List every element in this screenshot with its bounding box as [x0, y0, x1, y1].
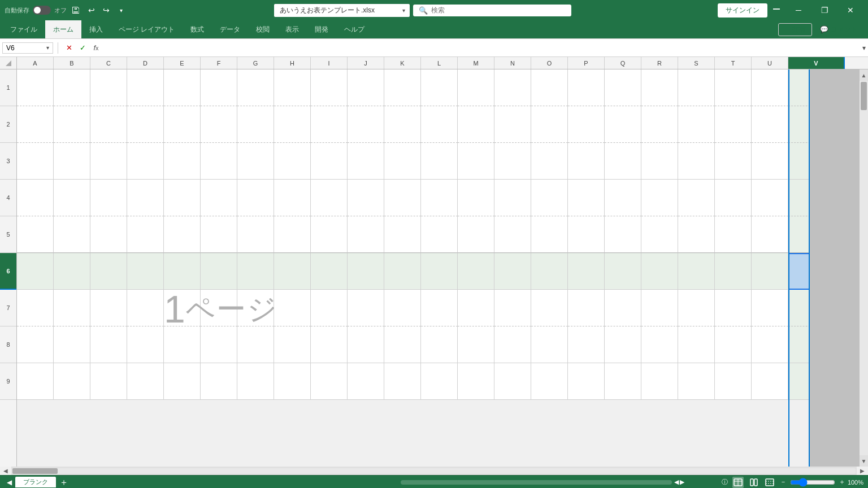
confirm-formula-button[interactable]: ✓	[76, 42, 89, 54]
row-header-8[interactable]: 8	[0, 326, 16, 363]
cell-m3[interactable]	[458, 143, 494, 180]
cell-n9[interactable]	[494, 363, 531, 400]
cell-h9[interactable]	[274, 363, 311, 400]
cell-h6[interactable]	[274, 253, 311, 290]
tab-home[interactable]: ホーム	[45, 20, 81, 38]
cell-f8[interactable]	[201, 326, 237, 363]
cell-n8[interactable]	[494, 326, 531, 363]
cell-d2[interactable]	[127, 106, 164, 143]
quick-access-dropdown[interactable]: ▾	[114, 3, 128, 17]
col-header-j[interactable]: J	[348, 57, 384, 69]
formula-expand-button[interactable]: ▾	[862, 44, 866, 52]
cell-p9[interactable]	[568, 363, 605, 400]
corner-cell[interactable]	[0, 57, 17, 69]
row-header-9[interactable]: 9	[0, 363, 16, 400]
cell-q3[interactable]	[605, 143, 641, 180]
cell-f4[interactable]	[201, 180, 237, 216]
cell-r6[interactable]	[641, 253, 678, 290]
row-header-1[interactable]: 1	[0, 69, 16, 106]
cell-i7[interactable]	[311, 290, 348, 326]
col-header-k[interactable]: K	[384, 57, 421, 69]
cell-o9[interactable]	[531, 363, 568, 400]
tab-file[interactable]: ファイル	[2, 20, 45, 38]
col-header-b[interactable]: B	[54, 57, 90, 69]
col-header-g[interactable]: G	[237, 57, 274, 69]
cell-k2[interactable]	[384, 106, 421, 143]
col-header-c[interactable]: C	[90, 57, 127, 69]
col-header-v[interactable]: V	[788, 57, 845, 69]
cell-s8[interactable]	[678, 326, 715, 363]
cancel-formula-button[interactable]: ✕	[63, 42, 75, 54]
cell-d7[interactable]	[127, 290, 164, 326]
cell-c2[interactable]	[90, 106, 127, 143]
col-header-i[interactable]: I	[311, 57, 348, 69]
row-header-2[interactable]: 2	[0, 106, 16, 143]
cell-b7[interactable]	[54, 290, 90, 326]
cell-t5[interactable]	[715, 216, 752, 253]
cell-e5[interactable]	[164, 216, 201, 253]
search-box[interactable]: 🔍	[413, 5, 571, 16]
cell-k8[interactable]	[384, 326, 421, 363]
tab-help[interactable]: ヘルプ	[336, 20, 372, 38]
cell-c8[interactable]	[90, 326, 127, 363]
cell-a7[interactable]	[17, 290, 54, 326]
col-header-p[interactable]: P	[568, 57, 605, 69]
cell-r7[interactable]	[641, 290, 678, 326]
cell-l4[interactable]	[421, 180, 458, 216]
cell-r3[interactable]	[641, 143, 678, 180]
share-button[interactable]: ⬆ 共有	[778, 23, 812, 36]
cell-q8[interactable]	[605, 326, 641, 363]
cell-s6[interactable]	[678, 253, 715, 290]
cell-m5[interactable]	[458, 216, 494, 253]
save-icon[interactable]	[70, 5, 81, 16]
cell-a2[interactable]	[17, 106, 54, 143]
cell-k7[interactable]	[384, 290, 421, 326]
cell-v7[interactable]	[788, 290, 809, 326]
cell-f6[interactable]	[201, 253, 237, 290]
cell-e7[interactable]: 1 ページ	[164, 290, 201, 326]
cell-g4[interactable]	[237, 180, 274, 216]
scroll-track[interactable]	[860, 81, 868, 455]
cell-o6[interactable]	[531, 253, 568, 290]
file-title-box[interactable]: あいうえお表テンプレート.xlsx ▾	[274, 4, 410, 17]
cell-l2[interactable]	[421, 106, 458, 143]
cell-p6[interactable]	[568, 253, 605, 290]
tab-view[interactable]: 表示	[277, 20, 307, 38]
cell-k6[interactable]	[384, 253, 421, 290]
cell-o1[interactable]	[531, 69, 568, 106]
cell-m1[interactable]	[458, 69, 494, 106]
cell-b9[interactable]	[54, 363, 90, 400]
cell-a6[interactable]	[17, 253, 54, 290]
cell-b3[interactable]	[54, 143, 90, 180]
col-header-s[interactable]: S	[678, 57, 715, 69]
cell-o5[interactable]	[531, 216, 568, 253]
cell-g5[interactable]	[237, 216, 274, 253]
cell-d6[interactable]	[127, 253, 164, 290]
cell-p2[interactable]	[568, 106, 605, 143]
cell-j1[interactable]	[348, 69, 384, 106]
cell-m4[interactable]	[458, 180, 494, 216]
cell-d4[interactable]	[127, 180, 164, 216]
cell-l1[interactable]	[421, 69, 458, 106]
cell-l7[interactable]	[421, 290, 458, 326]
h-scroll-left[interactable]: ◀	[0, 467, 11, 475]
cell-o3[interactable]	[531, 143, 568, 180]
cell-q9[interactable]	[605, 363, 641, 400]
cell-c5[interactable]	[90, 216, 127, 253]
h-scroll-thumb[interactable]	[12, 468, 58, 474]
cell-h5[interactable]	[274, 216, 311, 253]
cell-q7[interactable]	[605, 290, 641, 326]
redo-button[interactable]: ↪	[99, 3, 113, 17]
cell-t3[interactable]	[715, 143, 752, 180]
cell-k1[interactable]	[384, 69, 421, 106]
cell-f5[interactable]	[201, 216, 237, 253]
cell-j7[interactable]	[348, 290, 384, 326]
cell-k5[interactable]	[384, 216, 421, 253]
cell-j4[interactable]	[348, 180, 384, 216]
cell-e3[interactable]	[164, 143, 201, 180]
cell-v9[interactable]	[788, 363, 809, 400]
cell-f9[interactable]	[201, 363, 237, 400]
h-scroll-right[interactable]: ▶	[857, 467, 868, 475]
cell-u9[interactable]	[752, 363, 788, 400]
cell-b2[interactable]	[54, 106, 90, 143]
